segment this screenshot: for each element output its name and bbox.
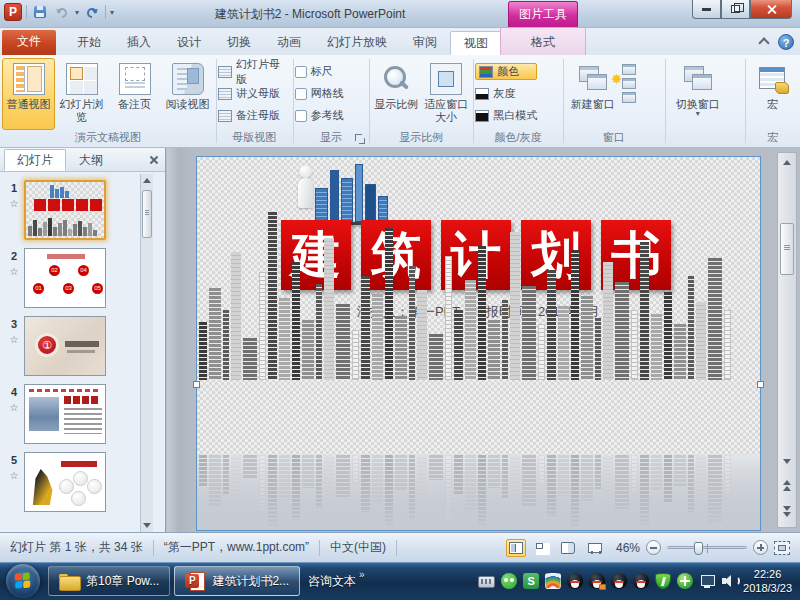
notes-master-button[interactable]: 备注母版 — [218, 107, 291, 124]
normal-view-button[interactable]: 普通视图 — [2, 58, 55, 130]
collapse-ribbon-icon[interactable] — [758, 38, 770, 46]
antivirus-globe-icon[interactable] — [677, 573, 693, 589]
divider — [105, 5, 106, 19]
tab-开始[interactable]: 开始 — [64, 31, 114, 55]
input-method-icon[interactable] — [478, 576, 495, 588]
qq-briefcase-icon[interactable] — [589, 573, 605, 589]
minimize-button[interactable] — [692, 0, 721, 19]
new-window-button[interactable]: ✸ 新建窗口 — [565, 58, 621, 130]
close-button[interactable] — [750, 0, 792, 19]
tab-审阅[interactable]: 审阅 — [400, 31, 450, 55]
slide-sorter-button[interactable]: 幻灯片浏览 — [55, 58, 108, 130]
zoom-slider[interactable] — [667, 546, 747, 549]
tab-切换[interactable]: 切换 — [214, 31, 264, 55]
slide-upper: 建 筑 计 划 书 汇报人：第一PPT 汇报时间：2019年1月 — [197, 157, 760, 455]
slide-sorter-view-button[interactable] — [532, 539, 552, 557]
tab-file[interactable]: 文件 — [2, 30, 56, 55]
tab-幻灯片放映[interactable]: 幻灯片放映 — [314, 31, 400, 55]
zoom-percentage[interactable]: 46% — [610, 541, 640, 555]
previous-slide-button[interactable] — [779, 477, 795, 493]
toolbar-expand-icon[interactable]: » — [359, 569, 365, 580]
move-split-icon[interactable] — [622, 92, 636, 103]
reading-view-button[interactable] — [558, 539, 578, 557]
slide-thumbnail-3[interactable]: ① — [24, 316, 106, 376]
start-button[interactable] — [6, 564, 40, 598]
slide-master-button[interactable]: 幻灯片母版 — [218, 63, 291, 80]
zoom-button[interactable]: 显示比例 — [371, 58, 421, 130]
qq-icon[interactable] — [567, 573, 583, 589]
taskbar-clock[interactable]: 22:26 2018/3/23 — [743, 567, 792, 595]
tab-format[interactable]: 格式 — [518, 31, 568, 55]
reading-view-button[interactable]: 阅读视图 — [161, 58, 214, 130]
switch-windows-icon — [682, 63, 714, 95]
scroll-up-icon[interactable] — [779, 154, 795, 170]
clock-time: 22:26 — [743, 567, 792, 581]
security-shield-icon[interactable] — [655, 573, 671, 589]
fit-slide-to-window-button[interactable] — [774, 541, 790, 555]
slide-scrollbar[interactable] — [777, 152, 797, 528]
slide-canvas[interactable]: 建 筑 计 划 书 汇报人：第一PPT 汇报时间：2019年1月 — [197, 157, 760, 530]
guides-checkbox[interactable]: 参考线 — [295, 107, 344, 124]
desktop-toolbar[interactable]: 咨询文本 » — [308, 573, 365, 590]
selection-handle-right[interactable] — [757, 381, 764, 388]
qq-icon[interactable] — [633, 573, 649, 589]
notes-page-button[interactable]: 备注页 — [108, 58, 161, 130]
taskbar-item-folder[interactable]: 第10章 Pow... — [48, 566, 170, 596]
volume-icon[interactable] — [721, 573, 737, 589]
selection-handle-left[interactable] — [193, 381, 200, 388]
tab-动画[interactable]: 动画 — [264, 31, 314, 55]
fit-window-icon — [430, 63, 462, 95]
scrollbar-thumb[interactable] — [142, 190, 152, 238]
ruler-checkbox[interactable]: 标尺 — [295, 63, 344, 80]
black-white-button[interactable]: 黑白模式 — [475, 107, 537, 124]
zoom-out-button[interactable] — [646, 540, 661, 555]
next-slide-button[interactable] — [779, 503, 795, 519]
arrange-all-icon[interactable] — [622, 64, 636, 75]
normal-view-button[interactable] — [506, 539, 526, 557]
customize-qat-icon[interactable]: ▾ — [110, 8, 114, 17]
tab-视图[interactable]: 视图 — [450, 31, 502, 55]
wechat-icon[interactable] — [501, 573, 517, 589]
tab-插入[interactable]: 插入 — [114, 31, 164, 55]
scroll-down-icon[interactable] — [141, 519, 153, 532]
language-indicator[interactable]: 中文(中国) — [320, 539, 396, 556]
pane-scrollbar[interactable] — [140, 174, 153, 532]
color-button[interactable]: 颜色 — [475, 63, 537, 80]
handout-master-button[interactable]: 讲义母版 — [218, 85, 291, 102]
powerpoint-app-icon[interactable]: P — [4, 3, 22, 21]
save-button[interactable] — [31, 4, 49, 20]
pane-splitter[interactable] — [167, 148, 197, 532]
s-app-icon[interactable]: S — [523, 573, 539, 589]
zoom-slider-thumb[interactable] — [694, 542, 703, 555]
fit-to-window-button[interactable]: 适应窗口大小 — [421, 58, 471, 130]
grayscale-button[interactable]: 灰度 — [475, 85, 537, 102]
cascade-icon[interactable] — [622, 78, 636, 89]
qq-icon[interactable] — [611, 573, 627, 589]
slide-thumbnail-5[interactable] — [24, 452, 106, 512]
tab-设计[interactable]: 设计 — [164, 31, 214, 55]
group-window: ✸ 新建窗口 窗口 — [563, 55, 665, 147]
slide-thumbnail-1[interactable] — [24, 180, 106, 240]
macros-button[interactable]: 宏 — [747, 58, 797, 130]
tab-slides[interactable]: 幻灯片 — [4, 149, 66, 171]
undo-dropdown-icon[interactable]: ▾ — [75, 8, 79, 17]
rainbow-app-icon[interactable] — [545, 573, 561, 589]
slide-thumbnail-4[interactable] — [24, 384, 106, 444]
gridlines-checkbox[interactable]: 网格线 — [295, 85, 344, 102]
close-pane-icon[interactable] — [147, 153, 161, 167]
zoom-in-button[interactable] — [753, 540, 768, 555]
help-icon[interactable]: ? — [778, 34, 794, 50]
slide-thumbnail-2[interactable]: 0102030405 — [24, 248, 106, 308]
scrollbar-thumb[interactable] — [780, 223, 794, 275]
undo-button[interactable] — [53, 4, 71, 20]
scroll-down-icon[interactable] — [779, 453, 795, 469]
dialog-launcher-icon[interactable] — [355, 134, 365, 144]
slideshow-button[interactable] — [584, 539, 604, 557]
network-icon[interactable] — [699, 573, 715, 589]
scroll-up-icon[interactable] — [141, 174, 153, 187]
tab-outline[interactable]: 大纲 — [66, 149, 116, 171]
taskbar-item-powerpoint[interactable]: 建筑计划书2... — [174, 566, 300, 596]
switch-windows-button[interactable]: 切换窗口 ▾ — [667, 58, 729, 130]
restore-button[interactable] — [721, 0, 750, 19]
redo-button[interactable] — [83, 4, 101, 20]
